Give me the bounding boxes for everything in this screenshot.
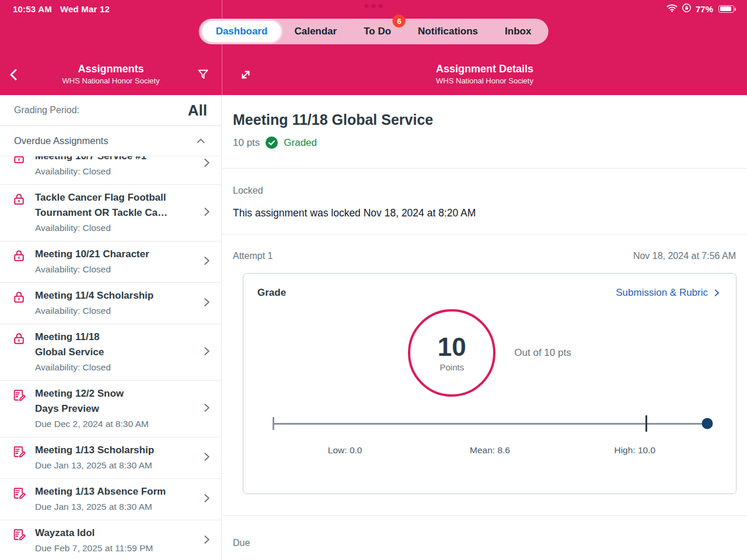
chevron-right-icon (200, 296, 213, 311)
assignment-list-item[interactable]: Meeting 1/13 ScholarshipDue Jan 13, 2025… (0, 438, 221, 479)
lock-icon (12, 249, 27, 277)
filter-button[interactable] (193, 64, 214, 85)
assignment-item-subtitle: Availability: Closed (35, 262, 197, 277)
tab-inbox-label: Inbox (505, 26, 531, 37)
lock-icon (12, 290, 27, 318)
detail-header-subtitle: WHS National Honor Society (222, 76, 747, 86)
assignment-icon (12, 486, 27, 514)
expand-diagonal-icon (243, 72, 249, 78)
grading-period-row[interactable]: Grading Period: All (0, 95, 221, 126)
back-button[interactable] (4, 64, 25, 85)
assignment-list-item[interactable]: Meeting 10/21 CharacterAvailability: Clo… (0, 242, 221, 283)
detail-header: Assignment Details WHS National Honor So… (222, 56, 747, 95)
tab-notifications[interactable]: Notifications (404, 21, 491, 42)
assignment-icon (12, 527, 27, 556)
top-nav-tabs: Dashboard Calendar To Do 6 Notifications… (199, 19, 549, 44)
tab-todo-label: To Do (364, 26, 391, 37)
grading-period-value: All (188, 102, 207, 120)
tab-inbox[interactable]: Inbox (491, 21, 544, 42)
assignment-item-subtitle: Due Jan 13, 2025 at 8:30 AM (35, 499, 197, 514)
assignment-list-item[interactable]: Meeting 10/7 Service #1Availability: Clo… (0, 156, 221, 185)
chevron-right-icon (200, 450, 213, 466)
divider (222, 515, 747, 516)
divider (222, 234, 747, 235)
lock-icon (12, 331, 27, 375)
grading-period-label: Grading Period: (14, 105, 79, 116)
assignment-item-subtitle: Availability: Closed (35, 360, 197, 375)
overdue-section-header[interactable]: Overdue Assignments (0, 126, 221, 156)
stat-low: Low: 0.0 (273, 445, 417, 456)
wifi-icon (666, 4, 678, 14)
graded-check-icon (265, 136, 278, 149)
chevron-right-icon (200, 401, 213, 416)
chevron-right-icon (200, 254, 213, 270)
assignment-item-subtitle: Availability: Closed (35, 164, 197, 179)
assignment-icon (12, 388, 27, 432)
chevron-right-icon (200, 156, 213, 172)
graded-status: Graded (284, 137, 317, 149)
score-unit: Points (439, 362, 464, 372)
battery-percent: 77% (696, 4, 713, 14)
due-label: Due (233, 538, 747, 548)
slider-mean-tick (645, 415, 647, 432)
assignment-item-subtitle: Availability: Closed (35, 220, 197, 236)
sidebar-header: Assignments WHS National Honor Society (0, 56, 222, 95)
assignment-list-item[interactable]: Tackle Cancer Flag Football Tournament O… (0, 185, 221, 242)
detail-header-title: Assignment Details (222, 62, 747, 76)
slider-track (273, 423, 707, 425)
assignment-item-title: Meeting 11/4 Scholarship (35, 288, 197, 303)
tab-calendar[interactable]: Calendar (281, 21, 350, 42)
score-circle: 10 Points (408, 309, 495, 397)
assignment-list-item[interactable]: Meeting 11/18 Global ServiceAvailability… (0, 324, 221, 381)
chevron-right-icon (715, 290, 718, 296)
assignment-icon (12, 444, 27, 473)
battery-icon (718, 5, 734, 13)
score-distribution-slider (273, 417, 707, 430)
assignment-list-item[interactable]: Meeting 11/4 ScholarshipAvailability: Cl… (0, 283, 221, 324)
assignment-item-title: Meeting 1/13 Absence Form (35, 484, 197, 499)
assignments-sidebar: Grading Period: All Overdue Assignments … (0, 95, 222, 560)
assignment-list-item[interactable]: Meeting 12/2 Snow Days PreviewDue Dec 2,… (0, 381, 221, 438)
assignment-list-item[interactable]: Meeting 1/13 Absence FormDue Jan 13, 202… (0, 479, 221, 520)
chevron-right-icon (200, 205, 213, 220)
tab-dashboard-label: Dashboard (216, 26, 268, 37)
assignment-item-title: Meeting 10/7 Service #1 (35, 156, 197, 164)
score-out-of: Out of 10 pts (514, 347, 571, 359)
grade-card-title: Grade (257, 287, 286, 299)
assignment-detail-pane: Meeting 11/18 Global Service 10 pts Grad… (222, 95, 747, 560)
back-chevron-icon (11, 70, 16, 79)
assignment-list: Meeting 10/7 Service #1Availability: Clo… (0, 156, 221, 560)
chevron-right-icon (200, 492, 213, 507)
tab-dashboard[interactable]: Dashboard (203, 21, 281, 42)
assignment-item-title: Meeting 11/18 Global Service (35, 330, 197, 360)
chevron-right-icon (200, 345, 213, 360)
assignment-points: 10 pts (233, 137, 260, 149)
assignment-title: Meeting 11/18 Global Service (233, 110, 747, 129)
filter-funnel-icon (199, 71, 208, 79)
submission-rubric-label: Submission & Rubric (616, 287, 708, 299)
assignment-list-item[interactable]: Wayzata IdolDue Feb 7, 2025 at 11:59 PM (0, 520, 221, 560)
assignment-item-subtitle: Due Feb 7, 2025 at 11:59 PM (35, 541, 197, 556)
status-time: 10:53 AM (13, 4, 52, 14)
assignment-item-subtitle: Availability: Closed (35, 303, 197, 318)
chevron-up-icon (198, 139, 204, 142)
assignment-item-title: Meeting 10/21 Character (35, 247, 197, 262)
assignment-item-subtitle: Due Jan 13, 2025 at 8:30 AM (35, 458, 197, 473)
sidebar-title: Assignments (0, 62, 222, 76)
score-value: 10 (438, 334, 466, 360)
expand-button[interactable] (235, 64, 256, 85)
stat-high: High: 10.0 (563, 445, 707, 456)
tab-todo[interactable]: To Do 6 (350, 21, 404, 42)
assignment-item-title: Meeting 1/13 Scholarship (35, 443, 197, 458)
todo-badge: 6 (393, 15, 406, 27)
chevron-right-icon (200, 533, 213, 548)
multitask-indicator[interactable] (365, 4, 383, 8)
assignment-item-title: Wayzata Idol (35, 526, 197, 541)
assignment-item-subtitle: Due Dec 2, 2024 at 8:30 AM (35, 416, 197, 432)
top-chrome: 10:53 AM Wed Mar 12 77% D (0, 0, 747, 95)
slider-score-dot[interactable] (702, 418, 713, 429)
status-date: Wed Mar 12 (60, 4, 110, 14)
tab-calendar-label: Calendar (294, 26, 337, 37)
attempt-date: Nov 18, 2024 at 7:56 AM (633, 251, 736, 261)
submission-rubric-link[interactable]: Submission & Rubric (616, 287, 722, 299)
